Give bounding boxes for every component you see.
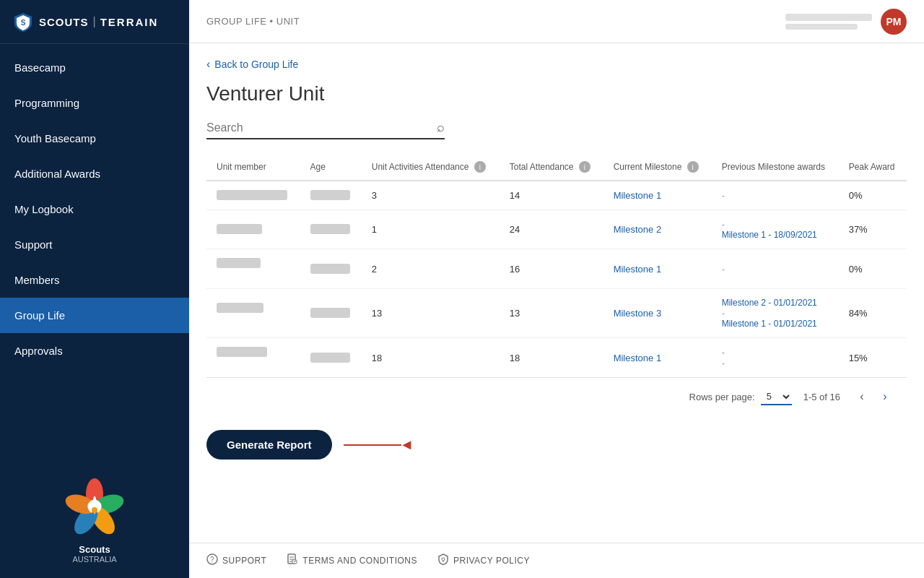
cell-peak-award: 37%: [839, 210, 907, 249]
support-icon: ?: [206, 553, 218, 568]
footer-privacy-label: PRIVACY POLICY: [453, 556, 530, 566]
cell-unit-activities: 3: [362, 181, 500, 210]
footer-support-link[interactable]: ? SUPPORT: [206, 553, 266, 568]
sidebar: S SCOUTS | TERRAIN Basecamp Programming …: [0, 0, 189, 578]
col-previous-milestone: Previous Milestone awards: [712, 154, 839, 181]
cell-age: ██, ███: [300, 249, 362, 289]
sidebar-item-members[interactable]: Members: [0, 262, 189, 298]
sidebar-item-support[interactable]: Support: [0, 227, 189, 262]
sidebar-item-my-logbook[interactable]: My Logbook: [0, 191, 189, 227]
sidebar-item-youth-basecamp[interactable]: Youth Basecamp: [0, 121, 189, 156]
table-row: ████ ██████████, ███216Milestone 1-0%: [206, 249, 907, 289]
cell-total-attendance: 24: [500, 210, 603, 249]
table-container: Unit member Age Unit Activities Attendan…: [206, 154, 907, 377]
cell-age: ██, ███: [300, 181, 362, 210]
cell-total-attendance: 18: [500, 338, 603, 378]
page-footer: ? SUPPORT TERMS AND CONDITIONS PRIVACY P…: [189, 543, 924, 578]
cell-unit-activities: 13: [362, 289, 500, 338]
sidebar-product: TERRAIN: [100, 16, 159, 28]
svg-text:S: S: [21, 19, 26, 27]
topbar: GROUP LIFE • UNIT PM: [189, 0, 924, 43]
page-title: Venturer Unit: [206, 82, 907, 105]
terms-icon: [287, 553, 298, 568]
user-info: [785, 14, 872, 30]
total-attendance-info-icon[interactable]: i: [579, 161, 590, 173]
cell-unit-activities: 2: [362, 249, 500, 289]
next-page-button[interactable]: ›: [875, 387, 895, 407]
col-current-milestone: Current Milestone i: [603, 154, 712, 181]
cell-previous-milestones: -: [712, 181, 839, 210]
cell-age: ██, ███: [300, 210, 362, 249]
svg-point-6: [92, 507, 97, 513]
table-row: ██████████, ███124Milestone 2-Milestone …: [206, 210, 907, 249]
col-age: Age: [300, 154, 362, 181]
rows-per-page-select[interactable]: 5 10 25: [761, 389, 792, 405]
main-content: GROUP LIFE • UNIT PM ‹ Back to Group Lif…: [189, 0, 924, 578]
arrow-indicator: ◄: [344, 436, 414, 453]
cell-age: ██, ███: [300, 289, 362, 338]
col-total-attendance: Total Attendance i: [500, 154, 603, 181]
table-row: ███████ ████████, ███1818Milestone 1--15…: [206, 338, 907, 378]
table-row: ██████████████, ███314Milestone 1-0%: [206, 181, 907, 210]
rows-per-page: Rows per page: 5 10 25: [689, 389, 792, 405]
cell-current-milestone: Milestone 3: [603, 289, 712, 338]
scouts-sublabel: AUSTRALIA: [72, 555, 116, 564]
footer-terms-label: TERMS AND CONDITIONS: [302, 556, 417, 566]
cell-member: ████ ████████: [206, 249, 300, 289]
unit-activities-info-icon[interactable]: i: [474, 161, 486, 173]
cell-unit-activities: 18: [362, 338, 500, 378]
footer-terms-link[interactable]: TERMS AND CONDITIONS: [287, 553, 417, 568]
cell-total-attendance: 14: [500, 181, 603, 210]
arrow-line: [344, 444, 401, 446]
table-header-row: Unit member Age Unit Activities Attendan…: [206, 154, 907, 181]
search-icon[interactable]: ⌕: [437, 120, 445, 135]
cell-age: ██, ███: [300, 338, 362, 378]
members-table: Unit member Age Unit Activities Attendan…: [206, 154, 907, 377]
cell-current-milestone: Milestone 1: [603, 338, 712, 378]
back-link[interactable]: ‹ Back to Group Life: [206, 58, 907, 71]
back-link-label: Back to Group Life: [214, 59, 298, 70]
avatar[interactable]: PM: [881, 9, 907, 35]
milestone-link[interactable]: Milestone 1: [614, 264, 661, 275]
cell-previous-milestones: -Milestone 1 - 18/09/2021: [712, 210, 839, 249]
cell-current-milestone: Milestone 1: [603, 249, 712, 289]
milestone-link[interactable]: Milestone 2: [614, 224, 661, 235]
sidebar-item-basecamp[interactable]: Basecamp: [0, 50, 189, 85]
cell-peak-award: 0%: [839, 249, 907, 289]
cell-member: █████████ ████████: [206, 289, 300, 338]
col-peak-award: Peak Award: [839, 154, 907, 181]
sidebar-nav: Basecamp Programming Youth Basecamp Addi…: [0, 44, 189, 462]
footer-privacy-link[interactable]: PRIVACY POLICY: [437, 553, 530, 568]
milestone-link[interactable]: Milestone 1: [614, 190, 661, 201]
privacy-icon: [437, 553, 449, 568]
search-input[interactable]: [206, 121, 437, 134]
breadcrumb: GROUP LIFE • UNIT: [206, 16, 300, 27]
milestone-link[interactable]: Milestone 1: [614, 353, 661, 363]
cell-previous-milestones: Milestone 2 - 01/01/2021-Milestone 1 - 0…: [712, 289, 839, 338]
sidebar-item-group-life[interactable]: Group Life: [0, 298, 189, 333]
scouts-shield-icon: S: [13, 12, 33, 32]
generate-report-button[interactable]: Generate Report: [206, 430, 332, 460]
cell-member: ████████: [206, 210, 300, 249]
cell-current-milestone: Milestone 1: [603, 181, 712, 210]
sidebar-item-additional-awards[interactable]: Additional Awards: [0, 156, 189, 191]
milestone-link[interactable]: Milestone 3: [614, 308, 661, 319]
prev-page-button[interactable]: ‹: [852, 387, 872, 407]
user-name: [785, 14, 872, 21]
topbar-right: PM: [785, 9, 907, 35]
cell-peak-award: 84%: [839, 289, 907, 338]
cell-current-milestone: Milestone 2: [603, 210, 712, 249]
cell-peak-award: 0%: [839, 181, 907, 210]
sidebar-item-approvals[interactable]: Approvals: [0, 333, 189, 368]
search-bar: ⌕: [206, 120, 445, 139]
col-member: Unit member: [206, 154, 300, 181]
sidebar-item-programming[interactable]: Programming: [0, 85, 189, 121]
current-milestone-info-icon[interactable]: i: [687, 161, 699, 173]
page-info: 1-5 of 16: [803, 392, 840, 402]
scouts-label: Scouts: [79, 544, 110, 555]
svg-text:?: ?: [210, 556, 214, 564]
scouts-australia-logo: Scouts AUSTRALIA: [62, 476, 127, 564]
cell-unit-activities: 1: [362, 210, 500, 249]
cell-peak-award: 15%: [839, 338, 907, 378]
user-role: [785, 24, 858, 30]
